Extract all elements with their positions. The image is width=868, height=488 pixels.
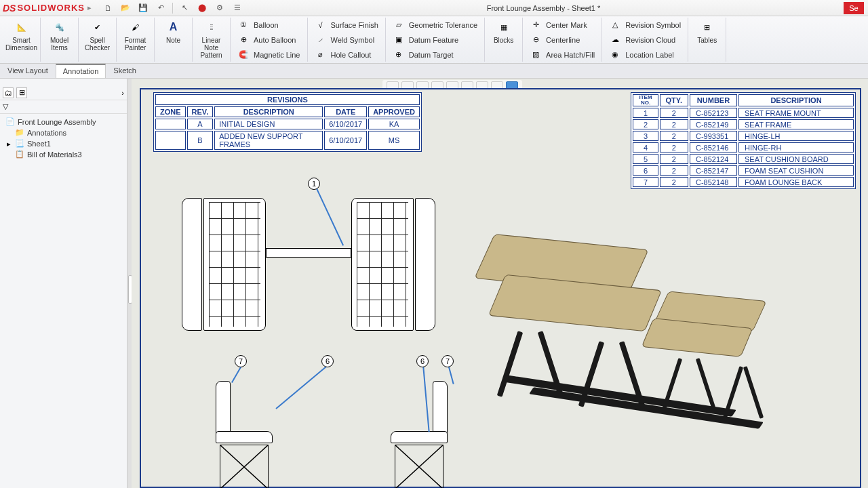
drawing-canvas[interactable]: REVISIONS ZONE REV. DESCRIPTION DATE APP… — [132, 79, 868, 488]
revisions-table[interactable]: REVISIONS ZONE REV. DESCRIPTION DATE APP… — [153, 92, 422, 152]
bom-row[interactable]: 62C-852147FOAM SEAT CUSHION — [633, 165, 854, 176]
datum-icon: ▣ — [393, 34, 405, 46]
revision-row[interactable]: BADDED NEW SUPPORT FRAMES6/10/2017MS — [155, 131, 420, 150]
tree-filter[interactable]: ▽ — [0, 100, 127, 114]
folder-icon: 📁 — [15, 128, 24, 138]
quick-access-toolbar: 🗋 📂 💾 ↶ ↖ ⬤ ⚙ ☰ — [102, 2, 243, 14]
surface-icon: √ — [315, 19, 327, 31]
drawing-isometric-view[interactable] — [473, 215, 765, 432]
geotol-icon: ▱ — [393, 19, 405, 31]
tree-sheet1[interactable]: ▸📃Sheet1 — [1, 138, 125, 149]
note-button[interactable]: ANote — [155, 18, 193, 62]
blocks-button[interactable]: ▦Blocks — [485, 18, 523, 62]
bom-table[interactable]: ITEM NO. QTY. NUMBER DESCRIPTION 12C-852… — [631, 92, 856, 189]
filter-icon: ▽ — [3, 102, 8, 111]
new-icon[interactable]: 🗋 — [102, 2, 114, 14]
chevron-right-icon[interactable]: ▸ — [87, 3, 92, 12]
open-icon[interactable]: 📂 — [119, 2, 132, 14]
balloon[interactable]: 7 — [235, 355, 247, 367]
datum-feature-button[interactable]: ▣Datum Feature — [391, 33, 479, 47]
properties-icon[interactable]: ☰ — [231, 2, 243, 14]
center-mark-button[interactable]: ✛Center Mark — [528, 18, 596, 32]
chevron-right-icon[interactable]: › — [121, 89, 124, 97]
datum-target-button[interactable]: ⊕Datum Target — [391, 47, 479, 62]
hatch-icon: ▨ — [530, 49, 542, 61]
expand-icon[interactable]: ▸ — [7, 140, 11, 148]
tree-root[interactable]: 📄Front Lounge Assembly — [1, 117, 125, 127]
drawing-sheet[interactable]: REVISIONS ZONE REV. DESCRIPTION DATE APP… — [140, 88, 861, 488]
hole-icon: ⌀ — [315, 49, 327, 61]
title-bar: DS SOLIDWORKS ▸ 🗋 📂 💾 ↶ ↖ ⬤ ⚙ ☰ Front Lo… — [0, 0, 868, 16]
logo-ds: DS — [3, 3, 16, 14]
geometric-tolerance-button[interactable]: ▱Geometric Tolerance — [391, 18, 479, 32]
balloon-button[interactable]: ①Balloon — [236, 18, 302, 32]
drawing-front-view[interactable]: 7 6 6 7 — [182, 361, 453, 488]
model-items-button[interactable]: 🔩ModelItems — [41, 18, 79, 62]
ribbon: 📐SmartDimension 🔩ModelItems ✔SpellChecke… — [0, 16, 868, 64]
area-hatch-button[interactable]: ▨Area Hatch/Fill — [528, 47, 596, 62]
spell-icon: ✔ — [90, 19, 106, 35]
blocks-icon: ▦ — [496, 19, 512, 35]
balloon[interactable]: 7 — [441, 355, 454, 367]
display-pane-icon[interactable]: ⊞ — [16, 87, 27, 98]
tables-icon: ⊞ — [699, 19, 715, 35]
auto-balloon-icon: ⊕ — [237, 34, 250, 46]
weld-symbol-button[interactable]: ⟋Weld Symbol — [313, 33, 380, 47]
search-button[interactable]: Se — [844, 2, 864, 14]
revisions-title: REVISIONS — [155, 94, 420, 105]
spell-checker-button[interactable]: ✔SpellChecker — [79, 18, 117, 62]
revision-row[interactable]: AINITIAL DESIGN6/10/2017KA — [155, 119, 420, 129]
format-painter-button[interactable]: 🖌FormatPainter — [117, 18, 155, 62]
tab-annotation[interactable]: Annotation — [56, 64, 106, 78]
dimension-icon: 📐 — [14, 19, 30, 35]
logo-solidworks: SOLIDWORKS — [17, 3, 85, 13]
location-label-button[interactable]: ◉Location Label — [608, 47, 682, 62]
centerline-icon: ⊖ — [530, 34, 542, 46]
assembly-icon: 📄 — [5, 117, 15, 127]
weld-icon: ⟋ — [315, 34, 327, 46]
drawing-top-view[interactable]: 1 — [182, 198, 453, 340]
magnet-icon: 🧲 — [237, 49, 250, 61]
revision-cloud-button[interactable]: ☁Revision Cloud — [608, 33, 682, 47]
tables-button[interactable]: ⊞Tables — [688, 18, 726, 62]
center-mark-icon: ✛ — [530, 19, 542, 31]
surface-finish-button[interactable]: √Surface Finish — [313, 18, 380, 32]
tree-annotations[interactable]: 📁Annotations — [1, 127, 125, 138]
target-icon: ⊕ — [393, 49, 405, 61]
command-tabs: View Layout Annotation Sketch — [0, 64, 868, 79]
tree-icon[interactable]: 🗂 — [3, 87, 14, 98]
centerline-button[interactable]: ⊖Centerline — [528, 33, 596, 47]
options-icon[interactable]: ⚙ — [214, 2, 226, 14]
model-items-icon: 🔩 — [52, 19, 68, 35]
select-icon[interactable]: ↖ — [178, 2, 191, 14]
bom-row[interactable]: 52C-852124SEAT CUSHION BOARD — [633, 154, 854, 164]
paint-icon: 🖌 — [127, 19, 144, 35]
balloon[interactable]: 6 — [321, 355, 334, 367]
rev-symbol-icon: △ — [609, 19, 621, 31]
auto-balloon-button[interactable]: ⊕Auto Balloon — [236, 33, 302, 47]
tab-view-layout[interactable]: View Layout — [0, 64, 56, 78]
undo-icon[interactable]: ↶ — [155, 2, 167, 14]
pattern-icon: ⦙⦙ — [203, 19, 220, 35]
balloon[interactable]: 6 — [416, 355, 429, 367]
bom-row[interactable]: 72C-852148FOAM LOUNGE BACK — [633, 177, 854, 187]
rebuild-icon[interactable]: ⬤ — [196, 2, 208, 14]
bom-row[interactable]: 32C-993351HINGE-LH — [633, 131, 854, 141]
smart-dimension-button[interactable]: 📐SmartDimension — [3, 18, 41, 62]
balloon[interactable]: 1 — [308, 178, 320, 190]
magnetic-line-button[interactable]: 🧲Magnetic Line — [236, 47, 302, 62]
bom-row[interactable]: 42C-852146HINGE-RH — [633, 142, 854, 152]
note-icon: A — [165, 19, 182, 35]
main-area: 🗂 ⊞ › ▽ 📄Front Lounge Assembly 📁Annotati… — [0, 79, 868, 488]
bom-row[interactable]: 22C-852149SEAT FRAME — [633, 119, 854, 129]
tab-sketch[interactable]: Sketch — [106, 64, 144, 78]
save-icon[interactable]: 💾 — [137, 2, 149, 14]
bom-row[interactable]: 12C-852123SEAT FRAME MOUNT — [633, 108, 854, 118]
balloon-icon: ① — [237, 19, 250, 31]
revision-symbol-button[interactable]: △Revision Symbol — [608, 18, 682, 32]
tree-toolbar: 🗂 ⊞ › — [0, 85, 127, 100]
tree-bom[interactable]: 📋Bill of Materials3 — [1, 149, 125, 160]
hole-callout-button[interactable]: ⌀Hole Callout — [313, 47, 380, 62]
app-logo: DS SOLIDWORKS ▸ — [0, 0, 88, 16]
linear-note-pattern-button[interactable]: ⦙⦙Linear NotePattern — [193, 18, 231, 62]
